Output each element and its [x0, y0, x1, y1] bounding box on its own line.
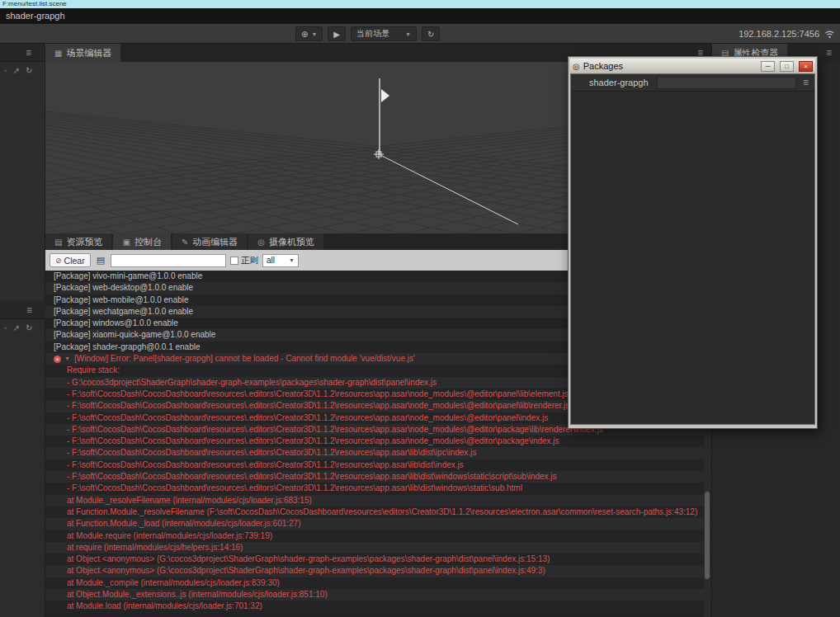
- export-log-icon[interactable]: ▤: [95, 255, 106, 266]
- window-title: shader-grapgh: [6, 11, 65, 21]
- wifi-icon: [824, 30, 835, 39]
- panel-menu-icon[interactable]: ≡: [826, 47, 832, 59]
- package-name: shader-grapgh: [589, 78, 649, 87]
- packages-window-icon: ◎: [573, 62, 580, 71]
- expand-icon[interactable]: ↗: [13, 323, 20, 332]
- error-stack-row[interactable]: at Object.<anonymous> (G:\cocos3dproject…: [45, 565, 711, 577]
- tab-label: 场景编辑器: [66, 47, 111, 59]
- asset-preview-icon: ▤: [54, 238, 62, 247]
- error-stack-row[interactable]: at Object.<anonymous> (G:\cocos3dproject…: [45, 553, 711, 565]
- error-stack-row[interactable]: - F:\soft\CocosDash\CocosDashboard\resou…: [45, 447, 711, 459]
- expand-icon[interactable]: ↗: [13, 66, 20, 75]
- axis-arrow: [381, 89, 389, 102]
- clear-button[interactable]: ⊘ Clear: [50, 253, 91, 267]
- play-button[interactable]: ▶: [328, 26, 346, 41]
- tab-asset-preview[interactable]: ▤ 资源预览: [45, 233, 111, 250]
- outer-window-titlebar: F:menu/test.list.scene: [0, 0, 840, 8]
- error-stack-row[interactable]: at Object.Module._extensions..js (intern…: [45, 589, 711, 601]
- package-row[interactable]: shader-grapgh ≡: [571, 74, 814, 92]
- panel-menu-icon[interactable]: ≡: [26, 304, 32, 316]
- minimize-button[interactable]: ─: [761, 61, 775, 72]
- maximize-button[interactable]: □: [780, 61, 794, 72]
- animation-icon: ✎: [182, 238, 188, 247]
- chevron-down-icon: ▼: [405, 31, 411, 37]
- filter-value: all: [267, 256, 275, 265]
- collapse-caret-icon[interactable]: ▼: [64, 353, 70, 365]
- tab-console[interactable]: ▣ 控制台: [113, 233, 170, 250]
- packages-window: ◎ Packages ─ □ × shader-grapgh ≡: [568, 56, 818, 429]
- refresh-button[interactable]: ↻: [422, 26, 440, 41]
- preview-address: 192.168.2.125:7456: [739, 29, 819, 39]
- error-stack-row[interactable]: at Module.load (internal/modules/cjs/loa…: [45, 601, 711, 612]
- error-headline: [Window] Error: Panel[shader-grapgh] can…: [74, 353, 415, 365]
- error-stack-row[interactable]: - F:\soft\CocosDash\CocosDashboard\resou…: [45, 459, 711, 471]
- packages-window-titlebar[interactable]: ◎ Packages ─ □ ×: [570, 59, 815, 73]
- error-icon: ×: [54, 356, 61, 363]
- hierarchy-panel-header: ≡: [0, 44, 45, 62]
- tab-label: 控制台: [134, 236, 162, 248]
- chevron-down-icon: ▼: [311, 31, 317, 37]
- grid-icon: ▦: [54, 49, 62, 58]
- axis-line-diagonal: [379, 154, 518, 224]
- error-stack-row[interactable]: at Module._compile (internal/modules/cjs…: [45, 577, 711, 589]
- main-toolbar: ⊕ ▼ ▶ 当前场景 ▼ ↻ 192.168.2.125:7456: [0, 24, 840, 44]
- preview-platform-button[interactable]: ⊕ ▼: [295, 26, 323, 41]
- move-gizmo[interactable]: [374, 149, 384, 159]
- tab-camera-preview[interactable]: ◎ 摄像机预览: [248, 233, 323, 250]
- tab-label: 摄像机预览: [269, 236, 314, 248]
- tab-label: 动画编辑器: [192, 236, 238, 248]
- packages-window-title: Packages: [583, 61, 756, 71]
- app-screen: F:menu/test.list.scene shader-grapgh ⊕ ▼…: [0, 0, 840, 617]
- app-titlebar: shader-grapgh: [0, 8, 840, 24]
- refresh-icon[interactable]: ↻: [26, 66, 32, 75]
- globe-icon: ⊕: [301, 30, 308, 39]
- regex-label: 正则: [241, 255, 258, 266]
- refresh-icon: ↻: [427, 30, 434, 39]
- refresh-icon[interactable]: ↻: [26, 323, 32, 332]
- error-stack-row[interactable]: - F:\soft\CocosDash\CocosDashboard\resou…: [45, 436, 711, 447]
- error-stack-row[interactable]: at Module._resolveFilename (internal/mod…: [45, 495, 711, 506]
- error-stack-row[interactable]: - F:\soft\CocosDash\CocosDashboard\resou…: [45, 471, 711, 483]
- error-stack-row[interactable]: at require (internal/modules/cjs/helpers…: [45, 542, 711, 553]
- error-stack-row[interactable]: at Module.require (internal/modules/cjs/…: [45, 530, 711, 542]
- close-button[interactable]: ×: [799, 61, 813, 72]
- left-panel-column: ≡ ▫ ↗ ↻ ≡ ▫ ↗ ↻: [0, 44, 45, 617]
- tab-animation-editor[interactable]: ✎ 动画编辑器: [172, 233, 247, 250]
- panel-menu-icon[interactable]: ≡: [26, 47, 31, 59]
- log-filter-select[interactable]: all ▼: [262, 254, 299, 267]
- collapse-icon[interactable]: ▫: [4, 323, 7, 332]
- scrollbar-thumb[interactable]: [705, 492, 710, 579]
- packages-window-body: shader-grapgh ≡: [570, 73, 815, 425]
- tab-scene-editor[interactable]: ▦ 场景编辑器: [45, 44, 120, 62]
- play-icon: ▶: [333, 30, 340, 39]
- error-stack-row[interactable]: at Function.Module._load (internal/modul…: [45, 518, 711, 530]
- collapse-icon[interactable]: ▫: [4, 66, 7, 75]
- regex-checkbox[interactable]: [230, 257, 238, 265]
- console-search-input[interactable]: [111, 254, 226, 267]
- console-icon: ▣: [122, 238, 130, 247]
- outer-window-title: F:menu/test.list.scene: [2, 0, 67, 7]
- clear-label: Clear: [64, 256, 85, 266]
- error-stack-row[interactable]: at Function.Module._resolveFilename (F:\…: [45, 506, 711, 518]
- tab-label: 资源预览: [66, 236, 102, 248]
- chevron-down-icon: ▼: [289, 257, 295, 263]
- assets-panel-header: ≡: [0, 301, 45, 319]
- error-stack-row[interactable]: - F:\soft\CocosDash\CocosDashboard\resou…: [45, 483, 711, 494]
- package-value-field[interactable]: [657, 77, 796, 89]
- current-scene-label: 当前场景: [356, 28, 389, 40]
- clear-icon: ⊘: [55, 257, 62, 265]
- current-scene-select[interactable]: 当前场景 ▼: [351, 26, 417, 41]
- camera-icon: ◎: [257, 238, 265, 247]
- package-menu-icon[interactable]: ≡: [803, 77, 809, 88]
